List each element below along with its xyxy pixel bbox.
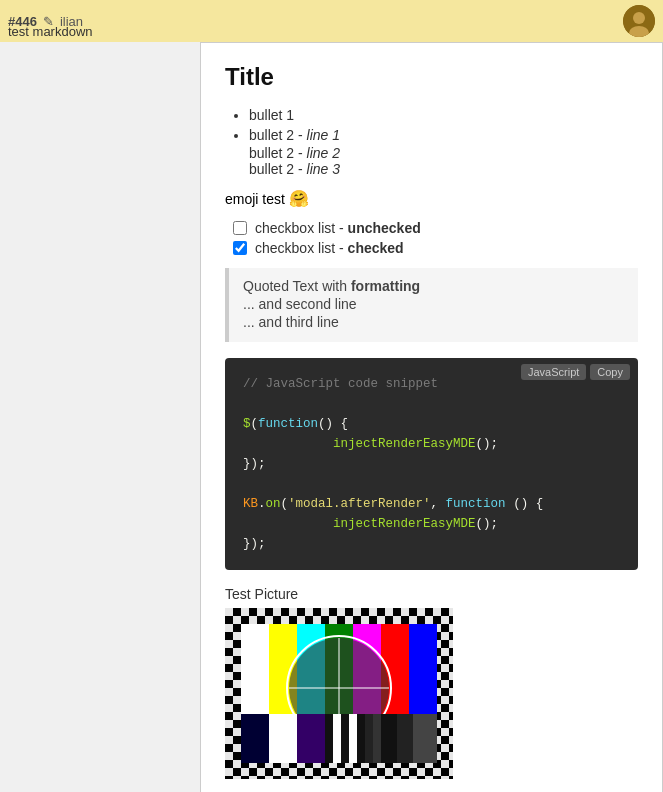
svg-rect-27 <box>413 714 437 763</box>
svg-rect-34 <box>373 714 381 763</box>
svg-rect-33 <box>365 714 373 763</box>
checkbox-label-checked: checkbox list - checked <box>255 240 404 256</box>
header-bar: #446 ✎ ilian test markdown <box>0 0 663 42</box>
test-picture <box>225 608 453 779</box>
blockquote: Quoted Text with formatting ... and seco… <box>225 268 638 342</box>
code-language-badge: JavaScript <box>521 364 586 380</box>
list-item: bullet 2 - line 3 <box>249 161 638 177</box>
checkbox-label-unchecked: checkbox list - unchecked <box>255 220 421 236</box>
svg-point-1 <box>633 12 645 24</box>
copy-button[interactable]: Copy <box>590 364 630 380</box>
blockquote-line-3: ... and third line <box>243 314 624 330</box>
blockquote-line-2: ... and second line <box>243 296 624 312</box>
svg-rect-21 <box>241 714 269 763</box>
list-item: bullet 2 - line 2 <box>249 145 638 161</box>
svg-rect-26 <box>397 714 413 763</box>
emoji-icon: 🤗 <box>289 190 309 207</box>
emoji-line: emoji test 🤗 <box>225 189 638 208</box>
svg-rect-29 <box>333 714 341 763</box>
list-item: bullet 2 - line 1 bullet 2 - line 2 bull… <box>249 127 638 177</box>
content-panel: Title bullet 1 bullet 2 - line 1 bullet … <box>200 42 663 792</box>
code-block: // JavaScript code snippet $(function() … <box>225 358 638 570</box>
sidebar-area <box>0 42 200 792</box>
checkbox-item-unchecked: checkbox list - unchecked <box>233 220 638 236</box>
svg-rect-31 <box>349 714 357 763</box>
emoji-text: emoji test <box>225 191 289 207</box>
code-block-wrapper: JavaScript Copy // JavaScript code snipp… <box>225 358 638 570</box>
avatar <box>623 5 655 37</box>
list-item: bullet 1 <box>249 107 638 123</box>
svg-rect-28 <box>325 714 333 763</box>
svg-rect-25 <box>381 714 397 763</box>
checkbox-checked[interactable] <box>233 241 247 255</box>
bullet-1-text: bullet 1 <box>249 107 294 123</box>
svg-rect-32 <box>357 714 365 763</box>
svg-rect-30 <box>341 714 349 763</box>
svg-rect-16 <box>409 624 437 714</box>
header-title-text: test markdown <box>8 24 93 39</box>
bullet-2-sublines: bullet 2 - line 2 bullet 2 - line 3 <box>249 145 638 177</box>
bullet-2-text: bullet 2 - line 1 <box>249 127 340 143</box>
svg-rect-22 <box>269 714 297 763</box>
checkbox-unchecked[interactable] <box>233 221 247 235</box>
blockquote-line-1: Quoted Text with formatting <box>243 278 624 294</box>
svg-rect-23 <box>297 714 325 763</box>
page-title: Title <box>225 63 638 91</box>
checkbox-item-checked: checkbox list - checked <box>233 240 638 256</box>
bullet-list: bullet 1 bullet 2 - line 1 bullet 2 - li… <box>225 107 638 177</box>
header-title: test markdown <box>8 24 93 39</box>
image-caption: Test Picture <box>225 586 638 602</box>
checkbox-list: checkbox list - unchecked checkbox list … <box>225 220 638 256</box>
svg-rect-10 <box>241 624 269 714</box>
page-wrapper: #446 ✎ ilian test markdown Title bullet … <box>0 0 663 792</box>
code-block-header: JavaScript Copy <box>521 364 630 380</box>
